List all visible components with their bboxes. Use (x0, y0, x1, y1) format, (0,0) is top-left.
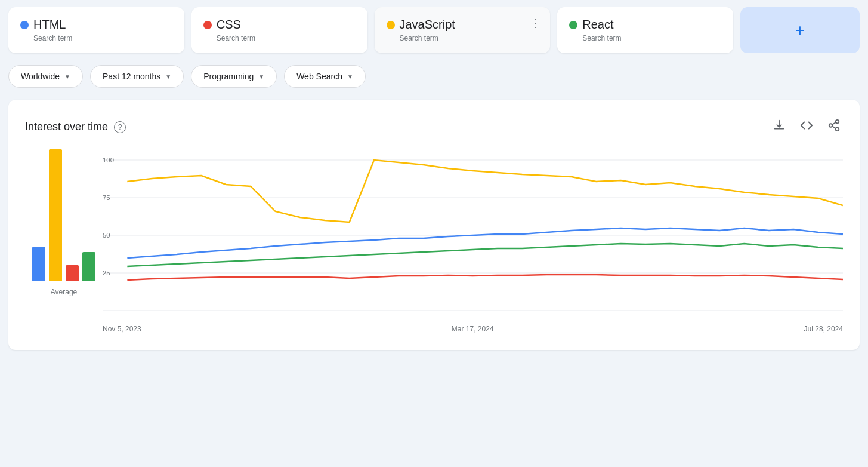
category-filter-arrow: ▼ (258, 73, 264, 80)
x-axis-labels: Nov 5, 2023 Mar 17, 2024 Jul 28, 2024 (103, 321, 843, 333)
help-icon[interactable]: ? (114, 121, 126, 133)
svg-line-3 (832, 126, 836, 128)
type-filter-label: Web Search (296, 72, 342, 81)
svg-text:25: 25 (103, 269, 110, 276)
javascript-term-name: JavaScript (400, 18, 455, 32)
chart-title: Interest over time (25, 121, 108, 133)
location-filter[interactable]: Worldwide ▼ (8, 65, 83, 88)
type-filter-arrow: ▼ (347, 73, 353, 80)
react-dot (569, 21, 577, 29)
search-term-javascript[interactable]: JavaScript Search term ⋮ (375, 7, 551, 53)
bar-javascript (49, 149, 62, 281)
search-terms-row: HTML Search term CSS Search term JavaScr… (0, 0, 868, 53)
chart-actions (770, 116, 843, 137)
chart-body: Average 100 75 50 25 (25, 152, 843, 333)
javascript-menu-icon[interactable]: ⋮ (530, 17, 540, 30)
share-button[interactable] (825, 116, 843, 137)
bar-react (82, 252, 95, 281)
react-line (127, 244, 843, 266)
category-filter[interactable]: Programming ▼ (191, 65, 277, 88)
main-content: Interest over time ? (0, 100, 868, 358)
add-icon: + (795, 21, 805, 40)
css-term-label: Search term (203, 34, 356, 42)
html-term-name: HTML (33, 18, 66, 32)
x-label-jul: Jul 28, 2024 (804, 325, 843, 333)
chart-header: Interest over time ? (25, 116, 843, 137)
bar-chart-area: Average (25, 152, 103, 333)
bars-container (32, 152, 95, 283)
line-chart-area: 100 75 50 25 Nov 5, 2023 Mar 17, 2024 (103, 152, 843, 333)
javascript-line (127, 160, 843, 222)
category-filter-label: Programming (203, 72, 254, 81)
filters-row: Worldwide ▼ Past 12 months ▼ Programming… (0, 53, 868, 100)
add-term-card[interactable]: + (740, 7, 860, 53)
search-term-react[interactable]: React Search term (557, 7, 733, 53)
react-term-name: React (582, 18, 613, 32)
location-filter-arrow: ▼ (64, 73, 70, 80)
time-filter-label: Past 12 months (103, 72, 160, 81)
average-label: Average (51, 288, 77, 296)
x-label-nov: Nov 5, 2023 (103, 325, 141, 333)
react-term-label: Search term (569, 34, 721, 42)
html-line (127, 228, 843, 258)
search-term-css[interactable]: CSS Search term (191, 7, 367, 53)
bar-html (32, 247, 45, 281)
x-label-mar: Mar 17, 2024 (452, 325, 494, 333)
javascript-dot (387, 21, 395, 29)
svg-text:100: 100 (103, 156, 114, 164)
search-term-html[interactable]: HTML Search term (8, 7, 184, 53)
time-filter-arrow: ▼ (165, 73, 171, 80)
chart-title-area: Interest over time ? (25, 121, 126, 133)
chart-card: Interest over time ? (8, 100, 860, 350)
bar-css (66, 265, 79, 281)
html-term-label: Search term (20, 34, 172, 42)
html-dot (20, 21, 29, 29)
line-chart-svg: 100 75 50 25 (103, 152, 843, 319)
css-dot (203, 21, 212, 29)
svg-text:75: 75 (103, 194, 110, 201)
location-filter-label: Worldwide (21, 72, 60, 81)
time-filter[interactable]: Past 12 months ▼ (90, 65, 184, 88)
svg-line-4 (832, 122, 836, 125)
svg-text:50: 50 (103, 232, 110, 239)
download-button[interactable] (770, 116, 788, 137)
css-term-name: CSS (217, 18, 241, 32)
embed-button[interactable] (798, 116, 816, 137)
type-filter[interactable]: Web Search ▼ (284, 65, 366, 88)
css-line (127, 275, 843, 280)
javascript-term-label: Search term (387, 34, 539, 42)
